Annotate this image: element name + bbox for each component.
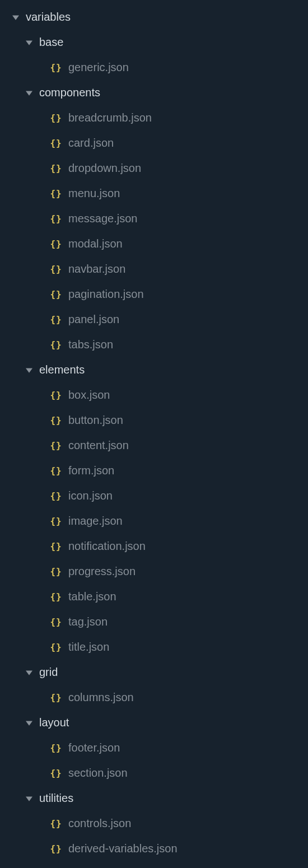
folder-base[interactable]: base [0, 30, 308, 55]
chevron-down-icon [25, 38, 34, 47]
folder-label: elements [39, 363, 85, 376]
file-item[interactable]: {} pagination.json [0, 282, 308, 307]
json-file-icon: {} [50, 138, 62, 148]
json-file-icon: {} [50, 163, 62, 174]
file-label: section.json [68, 767, 128, 780]
file-item[interactable]: {} footer.json [0, 735, 308, 760]
file-label: tag.json [68, 615, 108, 628]
file-item[interactable]: {} columns.json [0, 685, 308, 710]
file-item[interactable]: {} navbar.json [0, 256, 308, 282]
file-label: menu.json [68, 187, 120, 200]
file-item[interactable]: {} button.json [0, 408, 308, 433]
file-label: title.json [68, 641, 109, 654]
file-label: image.json [68, 515, 123, 528]
json-file-icon: {} [50, 113, 62, 123]
file-item[interactable]: {} breadcrumb.json [0, 105, 308, 130]
file-label: breadcrumb.json [68, 111, 152, 124]
json-file-icon: {} [50, 743, 62, 753]
json-file-icon: {} [50, 390, 62, 400]
file-label: panel.json [68, 313, 119, 326]
file-item[interactable]: {} image.json [0, 508, 308, 534]
json-file-icon: {} [50, 516, 62, 526]
file-item[interactable]: {} progress.json [0, 559, 308, 584]
file-label: table.json [68, 590, 116, 603]
file-label: modal.json [68, 237, 123, 250]
file-label: tabs.json [68, 338, 113, 351]
folder-label: components [39, 86, 100, 99]
file-label: controls.json [68, 817, 131, 830]
file-label: dropdown.json [68, 162, 141, 175]
file-label: form.json [68, 464, 114, 477]
chevron-down-icon [25, 668, 34, 677]
json-file-icon: {} [50, 239, 62, 249]
json-file-icon: {} [50, 339, 62, 350]
chevron-down-icon [25, 88, 34, 97]
chevron-down-icon [25, 718, 34, 727]
folder-layout[interactable]: layout [0, 710, 308, 735]
chevron-down-icon [11, 13, 20, 22]
chevron-down-icon [25, 794, 34, 803]
file-item[interactable]: {} initial-variables.json [0, 861, 308, 868]
file-label: button.json [68, 414, 123, 427]
file-label: footer.json [68, 741, 120, 754]
json-file-icon: {} [50, 818, 62, 829]
file-label: box.json [68, 389, 110, 402]
json-file-icon: {} [50, 541, 62, 552]
file-item[interactable]: {} tabs.json [0, 332, 308, 357]
folder-label: base [39, 36, 63, 49]
folder-label: layout [39, 716, 69, 729]
json-file-icon: {} [50, 415, 62, 426]
file-label: generic.json [68, 61, 129, 74]
json-file-icon: {} [50, 843, 62, 854]
folder-grid[interactable]: grid [0, 660, 308, 685]
folder-label: utilities [39, 792, 73, 805]
json-file-icon: {} [50, 314, 62, 325]
json-file-icon: {} [50, 264, 62, 274]
file-item[interactable]: {} icon.json [0, 483, 308, 508]
file-label: card.json [68, 137, 114, 150]
file-item[interactable]: {} content.json [0, 433, 308, 458]
file-tree: variables base {} generic.json component… [0, 4, 308, 868]
file-label: navbar.json [68, 263, 125, 276]
json-file-icon: {} [50, 465, 62, 476]
file-label: content.json [68, 439, 129, 452]
file-label: pagination.json [68, 288, 144, 301]
file-item[interactable]: {} message.json [0, 206, 308, 231]
folder-variables[interactable]: variables [0, 4, 308, 30]
json-file-icon: {} [50, 289, 62, 300]
json-file-icon: {} [50, 440, 62, 451]
file-item[interactable]: {} controls.json [0, 811, 308, 836]
file-item[interactable]: {} dropdown.json [0, 156, 308, 181]
folder-label: variables [26, 11, 71, 24]
file-label: progress.json [68, 565, 136, 578]
file-item[interactable]: {} modal.json [0, 231, 308, 256]
file-label: icon.json [68, 489, 113, 502]
file-item[interactable]: {} section.json [0, 760, 308, 786]
file-item[interactable]: {} title.json [0, 634, 308, 660]
file-item[interactable]: {} panel.json [0, 307, 308, 332]
json-file-icon: {} [50, 188, 62, 199]
json-file-icon: {} [50, 491, 62, 501]
file-item[interactable]: {} notification.json [0, 534, 308, 559]
file-item[interactable]: {} card.json [0, 130, 308, 156]
json-file-icon: {} [50, 768, 62, 778]
file-item[interactable]: {} box.json [0, 382, 308, 408]
chevron-down-icon [25, 366, 34, 375]
folder-components[interactable]: components [0, 80, 308, 105]
file-item[interactable]: {} table.json [0, 584, 308, 609]
file-item[interactable]: {} derived-variables.json [0, 836, 308, 861]
file-label: message.json [68, 212, 137, 225]
json-file-icon: {} [50, 591, 62, 602]
file-label: columns.json [68, 691, 134, 704]
file-label: derived-variables.json [68, 842, 178, 855]
file-item[interactable]: {} generic.json [0, 55, 308, 80]
file-item[interactable]: {} tag.json [0, 609, 308, 634]
folder-label: grid [39, 666, 58, 679]
folder-utilities[interactable]: utilities [0, 786, 308, 811]
file-item[interactable]: {} menu.json [0, 181, 308, 206]
json-file-icon: {} [50, 566, 62, 577]
json-file-icon: {} [50, 692, 62, 703]
folder-elements[interactable]: elements [0, 357, 308, 382]
file-item[interactable]: {} form.json [0, 458, 308, 483]
json-file-icon: {} [50, 213, 62, 224]
